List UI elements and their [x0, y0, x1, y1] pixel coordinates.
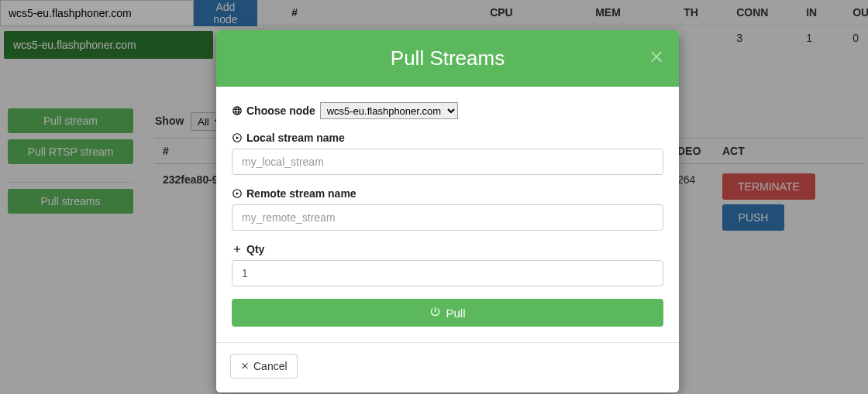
close-icon — [240, 360, 250, 372]
choose-node-select[interactable]: wcs5-eu.flashphoner.com — [320, 102, 458, 119]
pull-streams-modal: Pull Streams Choose node wcs5-eu.flashph… — [216, 30, 679, 392]
remote-stream-label: Remote stream name — [246, 187, 356, 200]
choose-node-label: Choose node — [246, 104, 315, 117]
local-stream-label: Local stream name — [246, 132, 345, 144]
cancel-button[interactable]: Cancel — [230, 354, 298, 379]
local-stream-input[interactable] — [232, 149, 663, 175]
plus-icon — [232, 244, 243, 255]
qty-label: Qty — [246, 243, 264, 255]
globe-icon — [232, 105, 243, 116]
cancel-button-label: Cancel — [253, 360, 288, 372]
pull-button-label: Pull — [446, 307, 465, 320]
modal-title: Pull Streams — [391, 46, 505, 70]
play-circle-icon — [232, 188, 243, 199]
pull-button[interactable]: Pull — [232, 299, 663, 327]
power-icon — [429, 306, 441, 320]
qty-input[interactable] — [232, 260, 663, 286]
close-icon[interactable] — [648, 47, 666, 66]
play-circle-icon — [232, 132, 243, 143]
remote-stream-input[interactable] — [232, 204, 663, 231]
